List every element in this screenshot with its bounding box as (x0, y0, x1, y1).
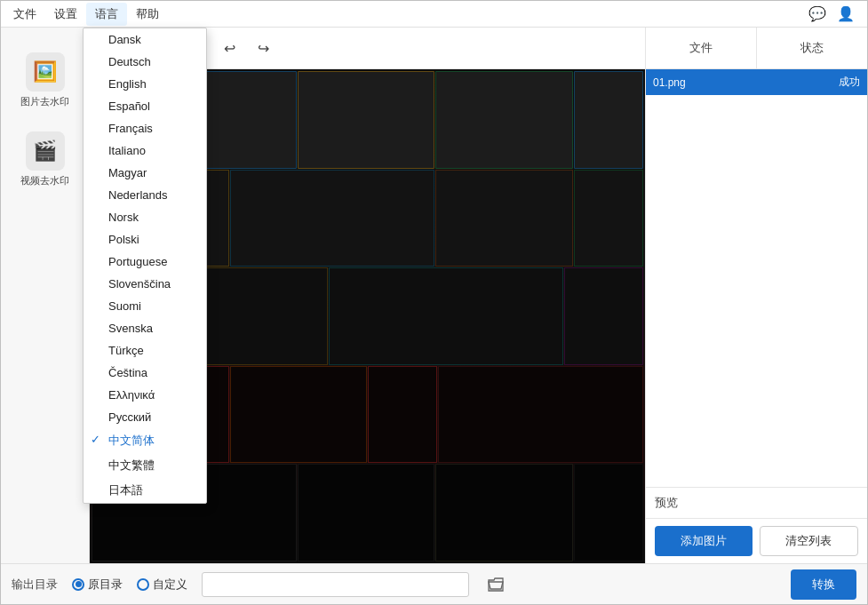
lang-ellinika[interactable]: Ελληνικά (84, 384, 206, 406)
bottom-bar: 输出目录 原目录 自定义 转换 (1, 563, 867, 604)
radio-group: 原目录 自定义 (72, 577, 187, 593)
radio-custom[interactable]: 自定义 (137, 577, 187, 593)
lang-norsk[interactable]: Norsk (84, 206, 206, 228)
radio-custom-dot (137, 578, 149, 591)
undo-btn[interactable]: ↩ (215, 34, 243, 62)
app-window: 文件 设置 语言 帮助 💬 👤 Dansk Deutsch English Es… (0, 0, 868, 605)
lang-polski[interactable]: Polski (84, 228, 206, 251)
lang-turkce[interactable]: Türkçe (84, 339, 206, 362)
lang-chinese-simplified[interactable]: 中文简体 (84, 428, 206, 453)
lang-japanese[interactable]: 日本語 (84, 478, 206, 503)
lang-russian[interactable]: Русский (84, 406, 206, 428)
menu-bar: 文件 设置 语言 帮助 💬 👤 Dansk Deutsch English Es… (1, 1, 867, 28)
redo-btn[interactable]: ↪ (249, 34, 277, 62)
video-watermark-icon: 🎬 (26, 131, 65, 171)
radio-original[interactable]: 原目录 (72, 577, 123, 593)
menu-help[interactable]: 帮助 (127, 3, 168, 26)
lang-magyar[interactable]: Magyar (84, 162, 206, 184)
lang-dansk[interactable]: Dansk (84, 28, 206, 51)
menu-settings[interactable]: 设置 (45, 3, 86, 26)
lang-italiano[interactable]: Italiano (84, 139, 206, 162)
folder-button[interactable] (483, 572, 508, 597)
file-status: 成功 (839, 75, 860, 90)
image-watermark-icon: 🖼️ (26, 52, 65, 92)
output-path-input[interactable] (202, 572, 469, 597)
lang-deutsch[interactable]: Deutsch (84, 51, 206, 73)
lang-espanol[interactable]: Español (84, 95, 206, 117)
sidebar-video-label: 视频去水印 (20, 174, 69, 187)
status-column-header: 状态 (757, 28, 867, 68)
file-name: 01.png (653, 76, 839, 89)
lang-slovenscina[interactable]: Slovenščina (84, 273, 206, 295)
comment-icon[interactable]: 💬 (807, 4, 828, 25)
sidebar: 🖼️ 图片去水印 🎬 视频去水印 (1, 28, 90, 563)
preview-label: 预览 (655, 496, 678, 509)
file-column-header: 文件 (646, 28, 757, 68)
menu-file[interactable]: 文件 (4, 3, 45, 26)
radio-original-label: 原目录 (88, 577, 123, 593)
table-row[interactable]: 01.png 成功 (646, 69, 867, 95)
lang-francais[interactable]: Français (84, 117, 206, 139)
radio-original-dot (72, 578, 84, 591)
file-list: 01.png 成功 (646, 69, 867, 487)
lang-svenska[interactable]: Svenska (84, 317, 206, 339)
output-dir-label: 输出目录 (12, 577, 58, 593)
lang-nederlands[interactable]: Nederlands (84, 184, 206, 206)
sidebar-item-image[interactable]: 🖼️ 图片去水印 (9, 45, 82, 115)
lang-chinese-traditional[interactable]: 中文繁體 (84, 453, 206, 478)
sidebar-image-label: 图片去水印 (20, 95, 69, 108)
lang-suomi[interactable]: Suomi (84, 295, 206, 317)
language-dropdown: Dansk Deutsch English Español Français I… (83, 28, 207, 504)
right-panel: 01.png 成功 预览 添加图片 清空列表 (645, 69, 867, 563)
right-bottom-buttons: 添加图片 清空列表 (646, 518, 867, 563)
menu-language[interactable]: 语言 (86, 3, 127, 26)
right-panel-header: 文件 状态 (645, 28, 867, 68)
add-image-button[interactable]: 添加图片 (655, 526, 753, 556)
menu-bar-right: 💬 👤 (807, 4, 864, 25)
preview-section: 预览 (646, 487, 867, 518)
user-icon[interactable]: 👤 (835, 4, 856, 25)
radio-custom-label: 自定义 (153, 577, 187, 593)
sidebar-item-video[interactable]: 🎬 视频去水印 (9, 124, 82, 195)
convert-button[interactable]: 转换 (791, 569, 856, 600)
lang-cestina[interactable]: Čeština (84, 362, 206, 384)
clear-list-button[interactable]: 清空列表 (760, 526, 859, 556)
lang-english[interactable]: English (84, 73, 206, 95)
lang-portuguese[interactable]: Portuguese (84, 251, 206, 273)
